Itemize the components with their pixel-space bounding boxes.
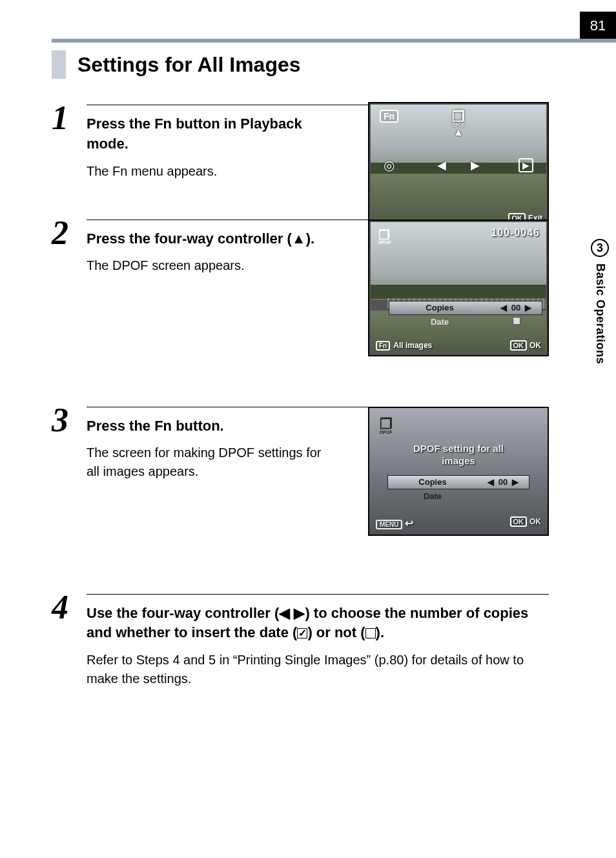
lcd-screen-fn-menu: Fn ❐ ▲ ◀ ▶ ◎ ▶ OKExit bbox=[368, 102, 549, 228]
text: ). bbox=[306, 230, 314, 247]
value: 00 bbox=[498, 477, 508, 487]
chapter-label: Basic Operations bbox=[593, 263, 607, 364]
fn-symbol: Fn bbox=[154, 418, 172, 434]
text: All images bbox=[393, 341, 432, 350]
copies-label: Copies bbox=[389, 303, 490, 312]
dpof-icon: ❐ bbox=[452, 108, 465, 127]
value: 00 bbox=[511, 303, 520, 312]
step-text: The screen for making DPOF settings for … bbox=[87, 444, 332, 481]
lcd-screen-dpof-all: ❐ DPOF setting for all images Copies ◀ 0… bbox=[368, 407, 549, 536]
step-4: 4 Use the four-way controller (◀ ▶) to c… bbox=[52, 594, 549, 689]
ok-badge-icon: OK bbox=[510, 340, 528, 351]
fn-badge-icon: Fn bbox=[380, 110, 398, 123]
step-text: Refer to Steps 4 and 5 in “Printing Sing… bbox=[87, 651, 549, 688]
file-number-label: 100-0046 bbox=[491, 227, 540, 239]
back-icon: ↩ bbox=[405, 518, 413, 529]
section-heading: Settings for All Images bbox=[52, 50, 549, 79]
arrow-up-icon: ▲ bbox=[292, 230, 306, 247]
step-number: 2 bbox=[52, 220, 87, 368]
step-number: 1 bbox=[52, 105, 87, 181]
arrow-left-icon: ◀ bbox=[437, 158, 446, 172]
text: ) or not ( bbox=[307, 624, 365, 640]
date-label: Date bbox=[389, 317, 491, 327]
dpof-all-message: DPOF setting for all images bbox=[369, 442, 548, 467]
text: Press the bbox=[87, 418, 154, 434]
arrow-up-icon: ▲ bbox=[453, 127, 464, 138]
dpof-panel: Copies ◀ 00 ▶ Date bbox=[387, 475, 529, 504]
copies-value: ◀ 00 ▶ bbox=[490, 303, 542, 312]
menu-back-hint: MENU↩ bbox=[376, 517, 413, 529]
checkbox-empty-icon bbox=[513, 317, 520, 325]
side-tab: 3 Basic Operations bbox=[584, 239, 616, 407]
copies-row: Copies ◀ 00 ▶ bbox=[387, 475, 529, 489]
step-1: 1 Press the Fn button in Playback mode. … bbox=[52, 105, 549, 181]
text: OK bbox=[529, 517, 541, 526]
text: Press the four-way controller ( bbox=[87, 230, 292, 247]
dpof-panel: Copies ◀ 00 ▶ Date bbox=[389, 301, 542, 329]
text: Use the four-way controller ( bbox=[87, 605, 279, 621]
page: 81 3 Basic Operations Settings for All I… bbox=[0, 0, 616, 858]
step-2: 2 Press the four-way controller (▲). The… bbox=[52, 220, 549, 368]
copies-value: ◀ 00 ▶ bbox=[477, 477, 529, 487]
arrow-right-icon: ▶ bbox=[471, 158, 480, 172]
step-heading: Press the Fn button in Playback mode. bbox=[87, 114, 319, 154]
step-number: 4 bbox=[52, 594, 87, 689]
step-number: 3 bbox=[52, 407, 87, 555]
ok-hint: OKOK bbox=[510, 517, 542, 529]
menu-badge-icon: MENU bbox=[376, 520, 402, 529]
lcd-screen-dpof-single: ❐ 100-0046 Copies ◀ 00 ▶ Date bbox=[368, 220, 549, 356]
checkbox-checked-icon bbox=[297, 628, 307, 638]
arrow-left-right-icon: ◀ ▶ bbox=[279, 605, 305, 621]
playback-mode-icon: ▶ bbox=[518, 158, 533, 172]
text: images bbox=[442, 455, 475, 466]
section-title: Settings for All Images bbox=[77, 53, 301, 77]
fn-symbol: Fn bbox=[154, 116, 172, 132]
arrow-left-icon: ◀ bbox=[500, 303, 507, 312]
chapter-number: 3 bbox=[591, 239, 609, 257]
step-heading: Use the four-way controller (◀ ▶) to cho… bbox=[87, 604, 549, 644]
page-number-tab: 81 bbox=[580, 12, 616, 40]
step-3: 3 Press the Fn button. The screen for ma… bbox=[52, 407, 549, 555]
all-images-hint: FnAll images bbox=[376, 341, 432, 350]
date-row: Date bbox=[389, 315, 542, 329]
copies-row: Copies ◀ 00 ▶ bbox=[389, 301, 542, 315]
arrow-right-icon: ▶ bbox=[512, 477, 518, 487]
bottom-hints: MENU↩ OKOK bbox=[376, 517, 541, 529]
text: DPOF setting for all bbox=[413, 443, 504, 454]
arrow-right-icon: ▶ bbox=[525, 303, 531, 312]
fn-badge-icon: Fn bbox=[376, 341, 390, 351]
content-area: Settings for All Images 1 Press the Fn b… bbox=[52, 50, 549, 727]
date-row: Date bbox=[387, 489, 529, 504]
dpof-icon: ❐ bbox=[378, 227, 391, 245]
ok-hint: OKOK bbox=[510, 341, 542, 350]
dpof-icon: ❐ bbox=[380, 416, 548, 434]
text: OK bbox=[529, 341, 541, 350]
capture-mode-icon: ◎ bbox=[384, 158, 395, 173]
bottom-hints: FnAll images OKOK bbox=[376, 341, 541, 350]
text: Press the bbox=[87, 116, 154, 132]
text: button. bbox=[172, 418, 224, 434]
arrow-left-icon: ◀ bbox=[488, 477, 494, 487]
text: ). bbox=[376, 624, 384, 640]
header-strip bbox=[52, 39, 616, 43]
copies-label: Copies bbox=[388, 477, 477, 487]
arrow-row: ◀ ▶ bbox=[437, 158, 480, 172]
section-bar-icon bbox=[52, 50, 66, 79]
checkbox-empty-icon bbox=[365, 628, 376, 638]
step-heading: Press the four-way controller (▲). bbox=[87, 229, 325, 249]
ok-badge-icon: OK bbox=[510, 516, 528, 527]
date-label: Date bbox=[387, 491, 478, 501]
